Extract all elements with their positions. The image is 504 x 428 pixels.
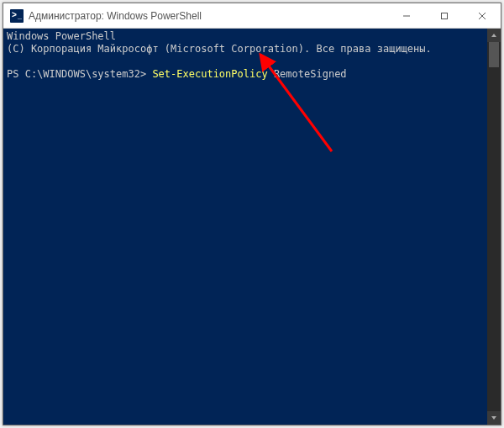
scroll-thumb[interactable]: [489, 42, 499, 67]
terminal-area[interactable]: Windows PowerShell (C) Корпорация Майкро…: [3, 29, 501, 425]
window-title: Администратор: Windows PowerShell: [29, 10, 387, 22]
svg-rect-1: [441, 13, 447, 18]
command-cmdlet: Set-ExecutionPolicy: [152, 68, 267, 80]
scroll-down-button[interactable]: [487, 411, 501, 425]
close-button[interactable]: [463, 3, 501, 28]
command-argument: RemoteSigned: [268, 68, 347, 80]
terminal-blank-line: [7, 55, 497, 68]
powershell-window: Администратор: Windows PowerShell Window…: [3, 3, 501, 425]
vertical-scrollbar[interactable]: [487, 29, 501, 425]
scroll-track[interactable]: [487, 42, 501, 411]
titlebar[interactable]: Администратор: Windows PowerShell: [3, 3, 501, 29]
powershell-icon: [10, 9, 24, 23]
maximize-button[interactable]: [425, 3, 463, 28]
scroll-up-button[interactable]: [487, 29, 501, 42]
minimize-button[interactable]: [387, 3, 425, 28]
terminal-header-line: Windows PowerShell: [7, 30, 497, 43]
terminal-copyright-line: (C) Корпорация Майкрософт (Microsoft Cor…: [7, 43, 497, 55]
terminal-prompt-line: PS C:\WINDOWS\system32> Set-ExecutionPol…: [7, 68, 497, 81]
prompt-path: PS C:\WINDOWS\system32>: [7, 68, 152, 80]
svg-marker-5: [491, 416, 496, 420]
svg-marker-4: [491, 34, 496, 37]
window-controls: [387, 3, 501, 28]
